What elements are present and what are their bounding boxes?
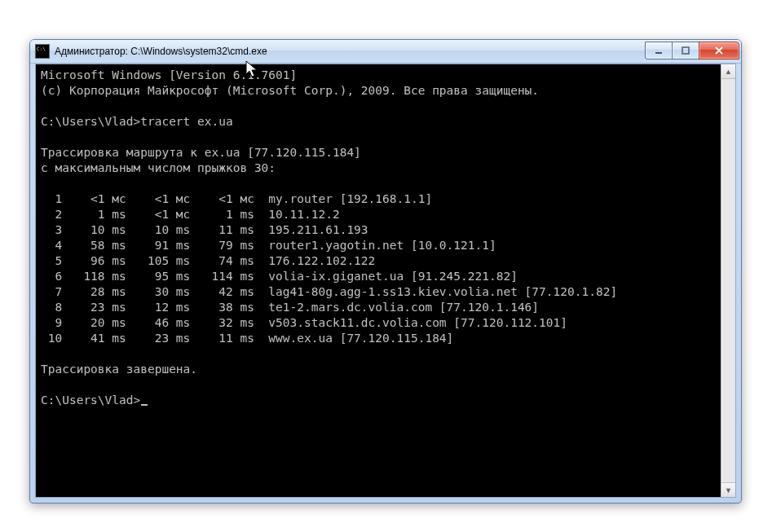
- close-button[interactable]: [699, 42, 739, 59]
- maximize-button[interactable]: [672, 42, 699, 59]
- vertical-scrollbar[interactable]: ▲ ▼: [721, 64, 735, 497]
- terminal-output[interactable]: Microsoft Windows [Version 6.1.7601] (c)…: [36, 64, 721, 497]
- cmd-window: Администратор: C:\Windows\system32\cmd.e…: [29, 39, 742, 503]
- minimize-icon: [655, 46, 663, 55]
- minimize-button[interactable]: [645, 42, 673, 59]
- cmd-icon: [35, 44, 50, 59]
- scroll-track[interactable]: [721, 79, 735, 482]
- scroll-down-button[interactable]: ▼: [721, 482, 735, 497]
- maximize-icon: [682, 46, 690, 55]
- close-icon: [714, 46, 724, 55]
- title-path: C:\Windows\system32\cmd.exe: [130, 46, 267, 57]
- title-prefix: Администратор:: [55, 46, 128, 57]
- scroll-up-button[interactable]: ▲: [721, 64, 735, 79]
- svg-rect-0: [655, 52, 662, 54]
- svg-rect-1: [682, 47, 689, 54]
- text-cursor: [141, 393, 148, 404]
- titlebar[interactable]: Администратор: C:\Windows\system32\cmd.e…: [30, 40, 741, 64]
- client-area: Microsoft Windows [Version 6.1.7601] (c)…: [35, 64, 736, 498]
- window-title: Администратор: C:\Windows\system32\cmd.e…: [55, 46, 646, 57]
- window-controls: [646, 42, 739, 58]
